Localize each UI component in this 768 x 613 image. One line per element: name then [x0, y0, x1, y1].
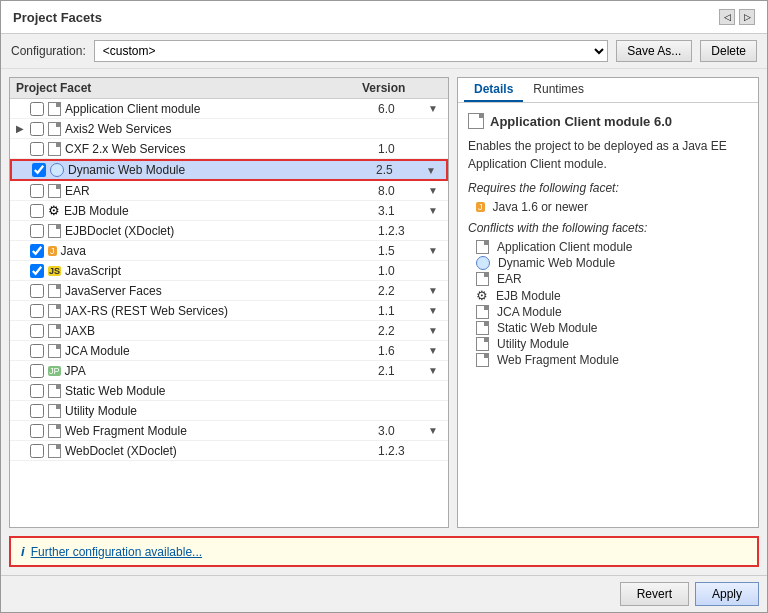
page-icon [48, 142, 61, 156]
back-button[interactable]: ◁ [719, 9, 735, 25]
config-row: Configuration: <custom> Save As... Delet… [1, 34, 767, 69]
table-row[interactable]: Web Fragment Module 3.0 ▼ [10, 421, 448, 441]
facet-table-header: Project Facet Version [10, 78, 448, 99]
table-row[interactable]: CXF 2.x Web Services 1.0 [10, 139, 448, 159]
version-arrow-icon: ▼ [428, 245, 442, 256]
facet-checkbox[interactable] [30, 384, 44, 398]
col-version-header: Version [362, 81, 442, 95]
facet-checkbox[interactable] [30, 304, 44, 318]
page-icon [48, 102, 61, 116]
facet-name: EJB Module [64, 204, 378, 218]
page-icon [476, 321, 489, 335]
facet-version: 1.2.3 [378, 444, 428, 458]
facet-checkbox[interactable] [30, 122, 44, 136]
delete-button[interactable]: Delete [700, 40, 757, 62]
facet-list: Application Client module 6.0 ▼ ▶ Axis2 … [10, 99, 448, 527]
facet-checkbox[interactable] [30, 444, 44, 458]
dialog-title: Project Facets [13, 10, 102, 25]
details-title-text: Application Client module 6.0 [490, 114, 672, 129]
version-arrow-icon: ▼ [428, 345, 442, 356]
java-icon: J [476, 202, 485, 212]
expander-icon[interactable]: ▶ [16, 123, 28, 134]
further-config-link[interactable]: Further configuration available... [31, 545, 202, 559]
details-content: Application Client module 6.0 Enables th… [458, 103, 758, 527]
facet-checkbox[interactable] [30, 244, 44, 258]
facet-name: JavaServer Faces [65, 284, 378, 298]
table-row[interactable]: Static Web Module [10, 381, 448, 401]
facet-checkbox[interactable] [30, 424, 44, 438]
table-row[interactable]: Utility Module [10, 401, 448, 421]
table-row[interactable]: JavaServer Faces 2.2 ▼ [10, 281, 448, 301]
version-arrow-icon: ▼ [428, 103, 442, 114]
facet-checkbox[interactable] [32, 163, 46, 177]
left-panel: Project Facet Version Application Client… [9, 77, 449, 528]
jpa-icon: JP [48, 366, 61, 376]
col-facet-header: Project Facet [16, 81, 362, 95]
facet-checkbox[interactable] [30, 142, 44, 156]
apply-button[interactable]: Apply [695, 582, 759, 606]
page-icon [48, 324, 61, 338]
facet-checkbox[interactable] [30, 264, 44, 278]
requires-list: JJava 1.6 or newer [468, 199, 748, 215]
page-icon [48, 444, 61, 458]
facet-checkbox[interactable] [30, 364, 44, 378]
config-select[interactable]: <custom> [94, 40, 609, 62]
table-row[interactable]: ⚙ EJB Module 3.1 ▼ [10, 201, 448, 221]
facet-checkbox[interactable] [30, 404, 44, 418]
version-arrow-icon: ▼ [428, 305, 442, 316]
table-row[interactable]: J Java 1.5 ▼ [10, 241, 448, 261]
facet-name: Java [61, 244, 379, 258]
facet-version: 2.2 [378, 284, 428, 298]
facet-name: JAXB [65, 324, 378, 338]
facet-name: JPA [65, 364, 378, 378]
page-icon [48, 184, 61, 198]
page-icon [476, 240, 489, 254]
facet-checkbox[interactable] [30, 102, 44, 116]
facet-name: Axis2 Web Services [65, 122, 378, 136]
facet-name: Application Client module [65, 102, 378, 116]
tabs-row: Details Runtimes [458, 78, 758, 103]
conflict-item-name: Utility Module [497, 337, 569, 351]
page-icon [48, 424, 61, 438]
facet-checkbox[interactable] [30, 284, 44, 298]
facet-checkbox[interactable] [30, 184, 44, 198]
table-row[interactable]: EJBDoclet (XDoclet) 1.2.3 [10, 221, 448, 241]
tab-runtimes[interactable]: Runtimes [523, 78, 594, 102]
save-as-button[interactable]: Save As... [616, 40, 692, 62]
table-row[interactable]: JAXB 2.2 ▼ [10, 321, 448, 341]
facet-name: Web Fragment Module [65, 424, 378, 438]
conflict-item-name: Application Client module [497, 240, 632, 254]
table-row[interactable]: ▶ Axis2 Web Services [10, 119, 448, 139]
facet-checkbox[interactable] [30, 224, 44, 238]
conflict-item-name: Static Web Module [497, 321, 598, 335]
list-item: ⚙EJB Module [468, 287, 748, 304]
list-item: JCA Module [468, 304, 748, 320]
facet-checkbox[interactable] [30, 344, 44, 358]
table-row[interactable]: Dynamic Web Module 2.5 ▼ [10, 159, 448, 181]
revert-button[interactable]: Revert [620, 582, 689, 606]
facet-version: 1.6 [378, 344, 428, 358]
list-item: EAR [468, 271, 748, 287]
details-icon [468, 113, 484, 129]
facet-name: EAR [65, 184, 378, 198]
table-row[interactable]: JCA Module 1.6 ▼ [10, 341, 448, 361]
facet-name: WebDoclet (XDoclet) [65, 444, 378, 458]
facet-version: 1.1 [378, 304, 428, 318]
table-row[interactable]: Application Client module 6.0 ▼ [10, 99, 448, 119]
table-row[interactable]: WebDoclet (XDoclet) 1.2.3 [10, 441, 448, 461]
facet-checkbox[interactable] [30, 204, 44, 218]
version-arrow-icon: ▼ [428, 285, 442, 296]
requires-label: Requires the following facet: [468, 181, 748, 195]
forward-button[interactable]: ▷ [739, 9, 755, 25]
table-row[interactable]: EAR 8.0 ▼ [10, 181, 448, 201]
table-row[interactable]: JAX-RS (REST Web Services) 1.1 ▼ [10, 301, 448, 321]
list-item: Dynamic Web Module [468, 255, 748, 271]
facet-name: Utility Module [65, 404, 378, 418]
table-row[interactable]: JS JavaScript 1.0 [10, 261, 448, 281]
tab-details[interactable]: Details [464, 78, 523, 102]
page-icon [476, 337, 489, 351]
facet-name: EJBDoclet (XDoclet) [65, 224, 378, 238]
table-row[interactable]: JP JPA 2.1 ▼ [10, 361, 448, 381]
conflicts-list: Application Client moduleDynamic Web Mod… [468, 239, 748, 368]
facet-checkbox[interactable] [30, 324, 44, 338]
